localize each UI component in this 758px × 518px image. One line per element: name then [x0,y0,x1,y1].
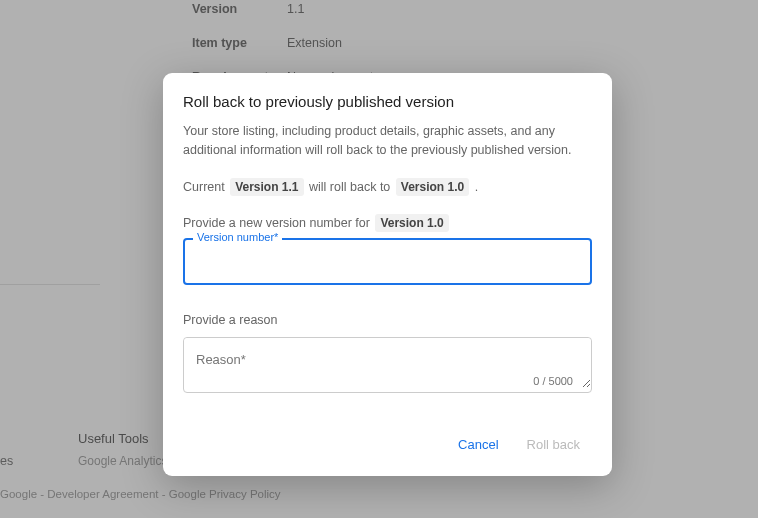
rollback-button[interactable]: Roll back [523,431,584,458]
dialog-description: Your store listing, including product de… [183,122,592,160]
reason-label: Provide a reason [183,313,592,327]
version-info-line: Current Version 1.1 will roll back to Ve… [183,178,592,196]
target-version-chip: Version 1.0 [396,178,469,196]
dialog-title: Roll back to previously published versio… [183,93,592,110]
reason-textarea[interactable] [184,338,591,388]
period: . [475,180,478,194]
provide-version-chip: Version 1.0 [375,214,448,232]
version-number-input[interactable] [183,238,592,285]
version-input-label: Version number* [193,231,282,243]
dialog-actions: Cancel Roll back [183,431,592,458]
cancel-button[interactable]: Cancel [454,431,502,458]
rollback-mid-text: will roll back to [309,180,390,194]
reason-container: 0 / 5000 [183,337,592,393]
provide-version-line: Provide a new version number for Version… [183,214,592,232]
version-input-container: Version number* [183,238,592,285]
current-version-chip: Version 1.1 [230,178,303,196]
current-prefix: Current [183,180,225,194]
provide-prefix: Provide a new version number for [183,216,370,230]
rollback-dialog: Roll back to previously published versio… [163,73,612,476]
